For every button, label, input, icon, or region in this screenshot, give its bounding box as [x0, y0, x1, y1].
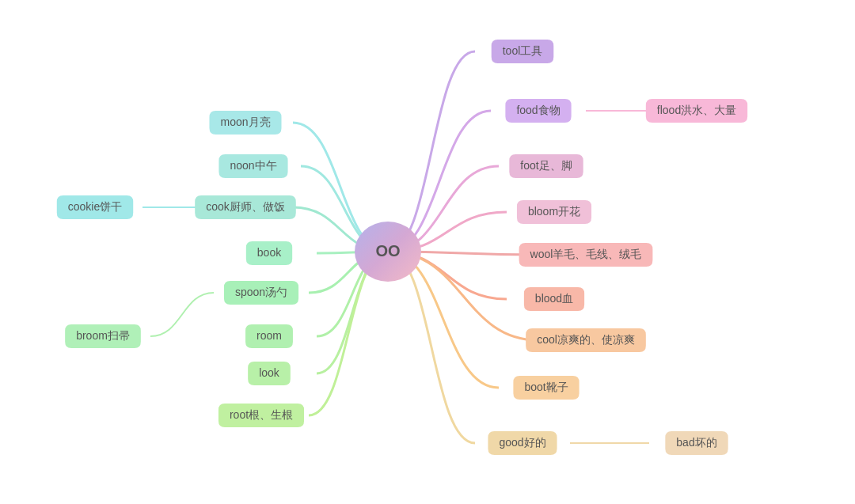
mindmap-center [388, 252, 389, 252]
